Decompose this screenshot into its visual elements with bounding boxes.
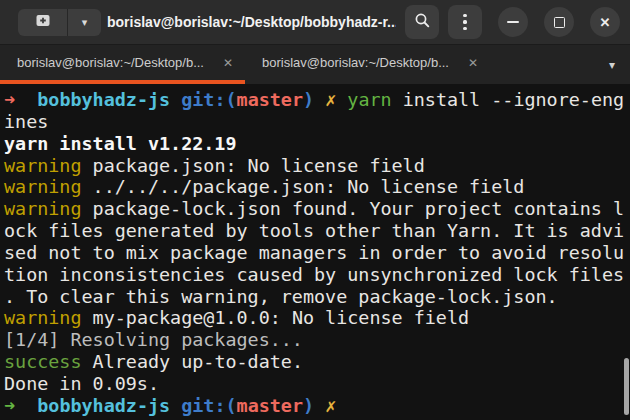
search-button[interactable] bbox=[405, 5, 439, 39]
terminal-text-segment: Done in 0.09s. bbox=[4, 373, 159, 394]
terminal-text-segment: warning bbox=[4, 155, 82, 176]
close-icon: ✕ bbox=[600, 16, 611, 29]
terminal-line: [1/4] Resolving packages... bbox=[4, 329, 630, 351]
search-icon bbox=[414, 12, 431, 33]
terminal-line: sed not to mix package managers in order… bbox=[4, 242, 630, 264]
terminal-line: yarn install v1.22.19 bbox=[4, 133, 630, 155]
terminal-screen[interactable]: ➜ bobbyhadz-js git:(master) ✗ yarn insta… bbox=[0, 84, 630, 420]
terminal-text-segment: . To clear this warning, remove package-… bbox=[4, 286, 558, 307]
terminal-window: ▾ borislav@borislav:~/Desktop/bobbyhadz-… bbox=[0, 0, 630, 420]
terminal-text-segment: yarn install v1.22.19 bbox=[4, 133, 237, 154]
terminal-text-segment: ) bbox=[303, 89, 314, 110]
scrollbar-thumb[interactable] bbox=[624, 358, 629, 415]
terminal-text-segment: ✗ bbox=[325, 89, 336, 110]
terminal-line: Done in 0.09s. bbox=[4, 373, 630, 395]
close-button[interactable]: ✕ bbox=[590, 7, 620, 37]
terminal-text-segment: package.json: No license field bbox=[82, 155, 425, 176]
terminal-text-segment: warning bbox=[4, 198, 82, 219]
terminal-text-segment: tion inconsistencies caused by unsynchro… bbox=[4, 264, 624, 285]
terminal-line: ock files generated by tools other than … bbox=[4, 220, 630, 242]
tab-overflow-button[interactable]: ▾ bbox=[594, 45, 630, 84]
terminal-line: warning package.json: No license field bbox=[4, 155, 630, 177]
window-title: borislav@borislav:~/Desktop/bobbyhadz-r.… bbox=[101, 14, 396, 30]
new-tab-icon bbox=[35, 13, 51, 32]
terminal-line: warning ../../../package.json: No licens… bbox=[4, 176, 630, 198]
terminal-text-segment: success bbox=[4, 351, 82, 372]
terminal-line: . To clear this warning, remove package-… bbox=[4, 286, 630, 308]
terminal-text-segment: git:( bbox=[181, 89, 236, 110]
tab-close-icon[interactable]: ✕ bbox=[223, 56, 233, 70]
menu-button[interactable] bbox=[448, 5, 482, 39]
terminal-text-segment: package-lock.json found. Your project co… bbox=[82, 198, 625, 219]
terminal-text-segment bbox=[336, 89, 347, 110]
maximize-icon bbox=[554, 17, 565, 28]
chevron-down-icon: ▾ bbox=[609, 58, 615, 72]
terminal-text-segment: [1/4] Resolving packages... bbox=[4, 329, 303, 350]
tab-close-icon[interactable]: ✕ bbox=[468, 56, 478, 70]
tab-bar: borislav@borislav:~/Desktop/b... ✕ boris… bbox=[0, 45, 630, 84]
terminal-text-segment: ➜ bbox=[4, 395, 15, 416]
tab-label: borislav@borislav:~/Desktop/b... bbox=[262, 55, 449, 70]
terminal-text-segment: master bbox=[237, 395, 303, 416]
kebab-menu-icon bbox=[463, 14, 466, 30]
terminal-line: ➜ bobbyhadz-js git:(master) ✗ yarn insta… bbox=[4, 89, 630, 111]
terminal-text-segment: ➜ bbox=[4, 89, 15, 110]
terminal-text-segment: warning bbox=[4, 176, 82, 197]
chevron-down-icon: ▾ bbox=[82, 16, 88, 29]
terminal-text-segment: master bbox=[237, 89, 303, 110]
terminal-text-segment: ) bbox=[303, 395, 314, 416]
terminal-line: success Already up-to-date. bbox=[4, 351, 630, 373]
terminal-text-segment: warning bbox=[4, 307, 82, 328]
terminal-text-segment: Already up-to-date. bbox=[82, 351, 303, 372]
terminal-line: tion inconsistencies caused by unsynchro… bbox=[4, 264, 630, 286]
new-tab-button-group: ▾ bbox=[18, 9, 101, 36]
maximize-button[interactable] bbox=[544, 7, 574, 37]
terminal-text-segment: my-package@1.0.0: No license field bbox=[82, 307, 470, 328]
terminal-text-segment bbox=[15, 89, 37, 110]
terminal-line: warning package-lock.json found. Your pr… bbox=[4, 198, 630, 220]
terminal-text-segment: git:( bbox=[181, 395, 236, 416]
minimize-button[interactable] bbox=[498, 7, 528, 37]
terminal-text-segment: ../../../package.json: No license field bbox=[82, 176, 525, 197]
terminal-text-segment: install --ignore-eng bbox=[392, 89, 625, 110]
terminal-text-segment: ✗ bbox=[325, 395, 336, 416]
terminal-text-segment: bobbyhadz-js bbox=[37, 395, 170, 416]
tab-terminal-2[interactable]: borislav@borislav:~/Desktop/b... ✕ bbox=[245, 45, 490, 84]
terminal-text-segment bbox=[314, 395, 325, 416]
terminal-text-segment bbox=[170, 395, 181, 416]
terminal-text-segment: ines bbox=[4, 111, 48, 132]
terminal-text-segment: ock files generated by tools other than … bbox=[4, 220, 624, 241]
terminal-text-segment bbox=[170, 89, 181, 110]
terminal-text-segment: yarn bbox=[347, 89, 391, 110]
terminal-line: warning my-package@1.0.0: No license fie… bbox=[4, 307, 630, 329]
terminal-text-segment: bobbyhadz-js bbox=[37, 89, 170, 110]
titlebar: ▾ borislav@borislav:~/Desktop/bobbyhadz-… bbox=[0, 0, 630, 45]
terminal-line: ines bbox=[4, 111, 630, 133]
new-tab-button[interactable] bbox=[18, 9, 67, 36]
terminal-output: ➜ bobbyhadz-js git:(master) ✗ yarn insta… bbox=[4, 89, 630, 417]
minimize-icon bbox=[507, 21, 519, 23]
terminal-text-segment: sed not to mix package managers in order… bbox=[4, 242, 624, 263]
new-tab-dropdown-button[interactable]: ▾ bbox=[67, 9, 101, 36]
terminal-text-segment bbox=[314, 89, 325, 110]
terminal-text-segment bbox=[15, 395, 37, 416]
tab-terminal-1[interactable]: borislav@borislav:~/Desktop/b... ✕ bbox=[0, 45, 245, 84]
terminal-line: ➜ bobbyhadz-js git:(master) ✗ bbox=[4, 395, 630, 417]
tab-label: borislav@borislav:~/Desktop/b... bbox=[17, 55, 204, 70]
